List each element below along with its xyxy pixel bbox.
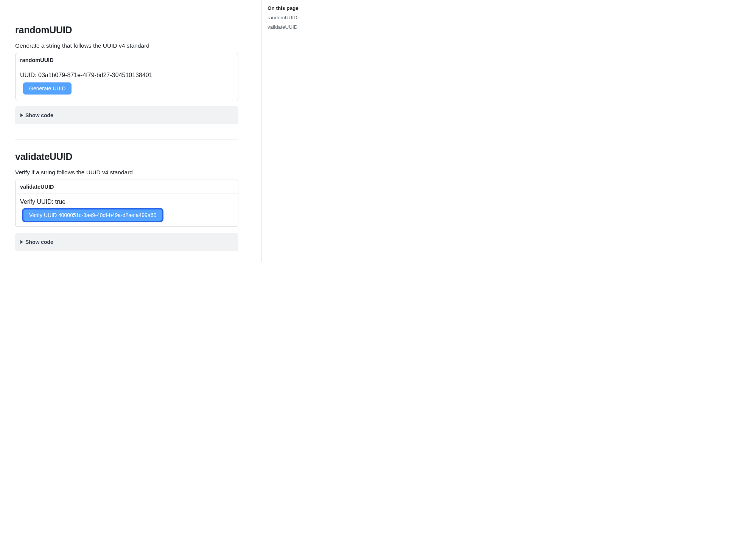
verify-output: Verify UUID: true: [20, 199, 233, 205]
toc-link-validateuuid[interactable]: validateUUID: [268, 24, 329, 30]
verify-uuid-button[interactable]: Verify UUID 4000051c-3ae9-40df-b49a-d2ae…: [23, 209, 162, 221]
toc-title: On this page: [268, 5, 329, 11]
chevron-right-icon: [20, 240, 23, 244]
show-code-toggle[interactable]: Show code: [15, 106, 238, 124]
generate-uuid-button[interactable]: Generate UUID: [23, 82, 72, 95]
section-validateuuid: validateUUID Verify if a string follows …: [15, 151, 238, 251]
example-card-validateuuid: validateUUID Verify UUID: true Verify UU…: [15, 180, 238, 227]
toc-link-randomuuid[interactable]: randomUUID: [268, 15, 329, 20]
divider: [15, 140, 238, 140]
table-of-contents: On this page randomUUID validateUUID: [261, 0, 329, 262]
heading-randomuuid: randomUUID: [15, 25, 238, 36]
show-code-toggle[interactable]: Show code: [15, 233, 238, 251]
chevron-right-icon: [20, 113, 23, 117]
card-title: randomUUID: [16, 53, 238, 67]
desc-validateuuid: Verify if a string follows the UUID v4 s…: [15, 169, 238, 176]
section-randomuuid: randomUUID Generate a string that follow…: [15, 25, 238, 124]
example-card-randomuuid: randomUUID UUID: 03a1b079-871e-4f79-bd27…: [15, 53, 238, 100]
card-title: validateUUID: [16, 180, 238, 194]
divider: [15, 13, 238, 13]
desc-randomuuid: Generate a string that follows the UUID …: [15, 42, 238, 49]
heading-validateuuid: validateUUID: [15, 151, 238, 162]
show-code-label: Show code: [25, 239, 53, 245]
show-code-label: Show code: [25, 112, 53, 118]
uuid-output: UUID: 03a1b079-871e-4f79-bd27-3045101384…: [20, 72, 233, 79]
